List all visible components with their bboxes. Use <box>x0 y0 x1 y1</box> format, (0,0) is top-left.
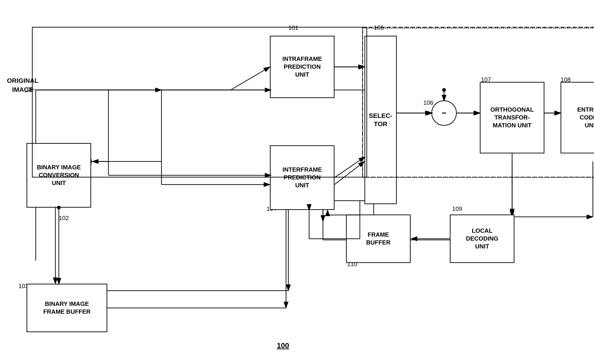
figure-number: 100 <box>277 341 289 350</box>
ref-109: 109 <box>452 205 462 212</box>
dashed-box-120 <box>362 28 594 178</box>
ref-106: 106 <box>423 99 433 106</box>
binary-image-conversion-unit: BINARY IMAGECONVERSIONUNIT <box>27 143 91 208</box>
frame-buffer: FRAMEBUFFER <box>346 215 411 263</box>
ref-102: 102 <box>59 215 69 222</box>
interframe-prediction-unit: INTERFRAMEPREDICTIONUNIT <box>270 145 334 210</box>
diagram-container: ORIGINALIMAGE 101 INTRAFRAMEPREDICTIONUN… <box>0 0 594 364</box>
intraframe-prediction-unit: INTRAFRAMEPREDICTIONUNIT <box>270 36 334 98</box>
entropy-coding-unit: ENTROPYCODINGUNIT <box>560 82 594 153</box>
subtractor-circle: − <box>431 100 457 126</box>
orthogonal-transformation-unit: ORTHOGONALTRANSFOR-MATION UNIT <box>480 82 544 153</box>
original-image-label: ORIGINALIMAGE <box>7 76 39 94</box>
local-decoding-unit: LOCALDECODINGUNIT <box>450 215 514 263</box>
binary-image-frame-buffer: BINARY IMAGEFRAME BUFFER <box>27 284 107 332</box>
ref-101: 101 <box>288 24 298 31</box>
svg-line-5 <box>231 67 270 90</box>
svg-line-11 <box>334 162 364 185</box>
